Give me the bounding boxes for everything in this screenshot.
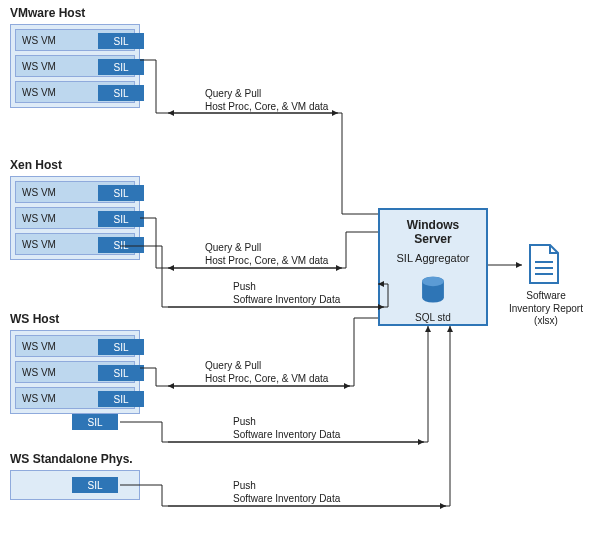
standalone-title: WS Standalone Phys.: [10, 452, 133, 466]
ws-host-extra-sil: SIL: [72, 414, 118, 430]
report-file-icon: [527, 244, 561, 284]
sil-badge: SIL: [98, 59, 144, 75]
xen-host-title: Xen Host: [10, 158, 62, 172]
server-sub: SIL Aggregator: [388, 252, 478, 264]
windows-server-box: Windows Server SIL Aggregator SQL std: [378, 208, 488, 326]
edge-push2-label: PushSoftware Inventory Data: [233, 416, 340, 441]
vm-row: WS VMSIL: [15, 81, 135, 103]
vm-label: WS VM: [22, 35, 56, 46]
server-db: SQL std: [388, 312, 478, 323]
sil-badge: SIL: [98, 211, 144, 227]
sil-badge: SIL: [98, 237, 144, 253]
vm-label: WS VM: [22, 239, 56, 250]
server-title: Windows Server: [388, 218, 478, 246]
report-l3: (xlsx): [534, 315, 558, 326]
vm-row: WS VMSIL: [15, 207, 135, 229]
edge-push1-label: PushSoftware Inventory Data: [233, 281, 340, 306]
report-label: Software Inventory Report (xlsx): [506, 290, 586, 328]
vm-label: WS VM: [22, 87, 56, 98]
vm-row: WS VMSIL: [15, 387, 135, 409]
sil-badge: SIL: [98, 365, 144, 381]
vm-label: WS VM: [22, 61, 56, 72]
vm-label: WS VM: [22, 341, 56, 352]
vmware-host-title: VMware Host: [10, 6, 85, 20]
vm-row: WS VMSIL: [15, 29, 135, 51]
vm-row: WS VMSIL: [15, 361, 135, 383]
ws-host-title: WS Host: [10, 312, 59, 326]
report-l2: Inventory Report: [509, 303, 583, 314]
svg-point-1: [422, 277, 444, 287]
vm-row: WS VMSIL: [15, 181, 135, 203]
vm-row: WS VMSIL: [15, 233, 135, 255]
xen-host-box: WS VMSIL WS VMSIL WS VMSIL: [10, 176, 140, 260]
sil-badge: SIL: [98, 391, 144, 407]
vmware-host-box: WS VMSIL WS VMSIL WS VMSIL: [10, 24, 140, 108]
sil-badge: SIL: [98, 339, 144, 355]
vm-label: WS VM: [22, 187, 56, 198]
vm-row: WS VMSIL: [15, 55, 135, 77]
edge-push3-label: PushSoftware Inventory Data: [233, 480, 340, 505]
edge-wshost-label: Query & PullHost Proc, Core, & VM data: [205, 360, 328, 385]
sil-badge: SIL: [98, 85, 144, 101]
vm-row: WS VMSIL: [15, 335, 135, 357]
edge-vmware-label: Query & PullHost Proc, Core, & VM data: [205, 88, 328, 113]
sil-badge: SIL: [98, 33, 144, 49]
report-l1: Software: [526, 290, 565, 301]
standalone-sil: SIL: [72, 477, 118, 493]
vm-label: WS VM: [22, 213, 56, 224]
vm-label: WS VM: [22, 367, 56, 378]
ws-host-box: WS VMSIL WS VMSIL WS VMSIL: [10, 330, 140, 414]
vm-label: WS VM: [22, 393, 56, 404]
edge-xen-label: Query & PullHost Proc, Core, & VM data: [205, 242, 328, 267]
database-icon: [419, 276, 447, 306]
sil-badge: SIL: [98, 185, 144, 201]
